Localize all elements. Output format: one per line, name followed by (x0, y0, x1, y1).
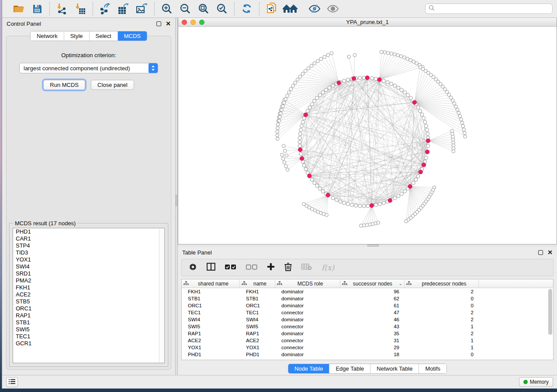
table-row-ACE2[interactable]: ACE2ACE2connector311 (182, 337, 553, 344)
ring-node[interactable] (416, 106, 420, 109)
satellite-node[interactable] (277, 119, 281, 123)
import-network-button[interactable] (54, 2, 70, 16)
satellite-node[interactable] (452, 150, 455, 153)
zoom-out-button[interactable] (177, 2, 193, 16)
mcds-hub-node[interactable] (326, 193, 330, 197)
ring-node[interactable] (346, 78, 349, 82)
ring-node[interactable] (299, 128, 303, 132)
ring-node[interactable] (370, 76, 374, 80)
zoom-selected-button[interactable] (214, 2, 230, 16)
satellite-node[interactable] (289, 87, 293, 91)
ring-node[interactable] (304, 168, 308, 171)
export-table-button[interactable] (116, 2, 131, 16)
mcds-result-item[interactable]: RAP1 (13, 312, 164, 319)
ring-node[interactable] (300, 124, 304, 127)
horizontal-splitter[interactable] (178, 244, 557, 247)
satellite-node[interactable] (360, 224, 363, 227)
satellite-node[interactable] (282, 144, 286, 148)
ring-node[interactable] (325, 88, 328, 92)
delete-table-button[interactable] (301, 264, 312, 272)
tab-motifs[interactable]: Motifs (419, 364, 446, 373)
show-columns-button[interactable] (207, 263, 215, 272)
close-panel-button[interactable]: Close panel (91, 80, 134, 90)
ring-node[interactable] (393, 196, 397, 200)
mcds-hub-node[interactable] (408, 185, 412, 189)
ring-node[interactable] (414, 178, 418, 181)
table-row-STB1[interactable]: STB1STB1dominator620 (182, 295, 553, 302)
satellite-node[interactable] (313, 62, 316, 65)
satellite-node[interactable] (301, 72, 304, 76)
ring-node[interactable] (426, 144, 430, 148)
satellite-node[interactable] (281, 105, 285, 108)
ring-node[interactable] (299, 152, 303, 156)
splitter-grip[interactable] (367, 244, 379, 247)
scrollbar-thumb[interactable] (548, 289, 552, 335)
deselect-all-button[interactable] (246, 264, 257, 272)
show-all-button[interactable] (325, 2, 341, 16)
ring-node[interactable] (397, 194, 400, 198)
float-panel-icon[interactable] (156, 21, 161, 26)
ring-node[interactable] (310, 103, 314, 106)
ring-node[interactable] (382, 201, 385, 205)
vertical-splitter[interactable] (175, 18, 178, 375)
column-header-MCDS-role[interactable]: MCDS role (275, 279, 340, 288)
ring-node[interactable] (350, 203, 354, 206)
ring-node[interactable] (321, 189, 325, 193)
table-row-SWI4[interactable]: SWI4SWI4dominator462 (182, 316, 553, 323)
mcds-result-item[interactable]: SWI5 (13, 326, 164, 333)
mcds-result-item[interactable]: ACE2 (13, 291, 164, 298)
satellite-node[interactable] (304, 69, 307, 73)
satellite-node[interactable] (380, 50, 383, 54)
satellite-node[interactable] (462, 128, 466, 131)
mcds-hub-node[interactable] (426, 139, 430, 143)
satellite-node[interactable] (353, 53, 356, 57)
mcds-hub-node[interactable] (337, 81, 341, 85)
satellite-node[interactable] (280, 108, 284, 112)
mcds-result-item[interactable]: YOX1 (13, 256, 164, 263)
satellite-node[interactable] (330, 52, 333, 55)
ring-node[interactable] (306, 109, 309, 113)
ring-node[interactable] (298, 140, 301, 144)
satellite-node[interactable] (284, 97, 287, 101)
ring-node[interactable] (422, 117, 426, 120)
ring-node[interactable] (374, 77, 378, 81)
ring-node[interactable] (397, 86, 400, 89)
ring-node[interactable] (298, 132, 302, 136)
ring-node[interactable] (382, 79, 385, 83)
memory-button[interactable]: Memory (519, 377, 553, 387)
apply-layout-button[interactable] (239, 2, 255, 16)
mcds-hub-node[interactable] (300, 156, 304, 160)
close-panel-icon[interactable]: ✕ (166, 21, 171, 26)
new-network-from-selection-button[interactable] (264, 2, 280, 16)
ring-node[interactable] (335, 198, 338, 202)
ring-node[interactable] (302, 164, 306, 167)
ring-node[interactable] (315, 96, 319, 100)
mcds-hub-node[interactable] (426, 150, 429, 154)
satellite-node[interactable] (456, 108, 459, 112)
table-row-PHD1[interactable]: PHD1PHD1dominator180 (182, 351, 553, 358)
ring-node[interactable] (315, 184, 319, 188)
mcds-result-item[interactable]: STP4 (13, 242, 164, 249)
ring-node[interactable] (302, 117, 306, 120)
optimization-criterion-select[interactable]: largest connected component (undirected) (19, 63, 158, 73)
tab-network[interactable]: Network (31, 31, 64, 41)
ring-node[interactable] (298, 136, 301, 140)
satellite-node[interactable] (280, 153, 284, 157)
mcds-result-item[interactable]: PMA2 (13, 277, 164, 284)
ring-node[interactable] (358, 204, 362, 208)
ring-node[interactable] (424, 124, 428, 127)
column-header-predecessor-nodes[interactable]: predecessor nodes (405, 279, 479, 288)
satellite-node[interactable] (393, 53, 396, 56)
tab-style[interactable]: Style (64, 31, 90, 41)
mcds-result-list[interactable]: PHD1CAR1STP4TID3YOX1SWI4SRD1PMA2FKH1ACE2… (13, 228, 165, 363)
column-header-shared-name[interactable]: shared name (182, 279, 240, 288)
satellite-node[interactable] (276, 130, 279, 134)
satellite-node[interactable] (453, 102, 456, 105)
hide-selected-button[interactable] (307, 2, 322, 16)
satellite-node[interactable] (347, 55, 351, 58)
satellite-node[interactable] (276, 134, 279, 137)
ring-node[interactable] (424, 156, 428, 160)
mcds-result-item[interactable]: CAR1 (13, 235, 164, 242)
import-table-button[interactable] (73, 2, 88, 16)
satellite-node[interactable] (298, 75, 302, 79)
